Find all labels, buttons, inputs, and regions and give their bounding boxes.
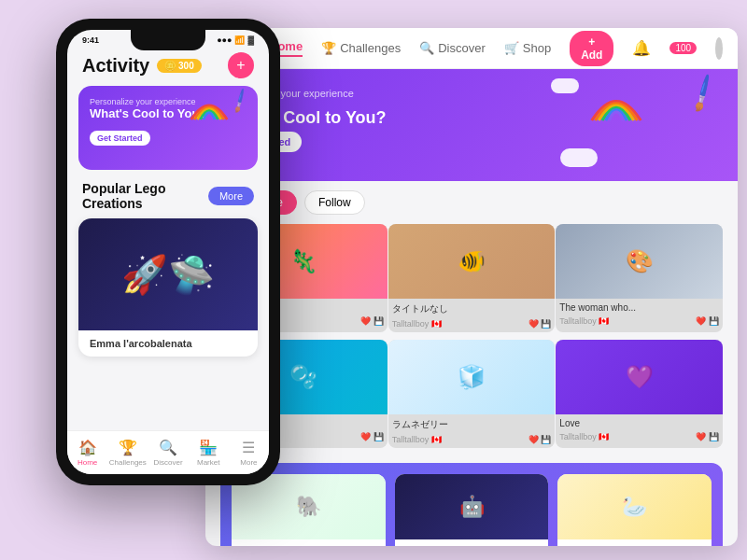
phone-banner: Personalize your experience What's Cool … (78, 86, 258, 170)
challenge-info-0: Hanaga Moving Elephants Intermediate 22 … (232, 539, 386, 546)
challenges-icon: 🏆 (321, 41, 336, 55)
status-time: 9:41 (82, 35, 99, 45)
desktop-app: 🎨 🏠 Home 🏆 Challenges 🔍 Discover 🛒 Shop … (205, 28, 738, 546)
lego-card-image: 🚀🛸 (78, 218, 258, 330)
cloud-1 (560, 148, 598, 167)
grid-meta-4: Talltallboy 🇨🇦 ❤️ 💾 (388, 435, 556, 448)
grid-meta-1: Talltallboy 🇨🇦 ❤️ 💾 (388, 319, 556, 332)
user-avatar[interactable] (715, 37, 723, 60)
grid-image-2: 🎨 (556, 224, 723, 299)
grid-image-4: 🧊 (388, 340, 556, 414)
discover-tab-icon: 🔍 (159, 439, 177, 456)
home-tab-icon: 🏠 (78, 439, 97, 456)
challenge-card-0[interactable]: 🐘 Hanaga Moving Elephants Intermediate 2… (232, 474, 386, 546)
section-title: Popular Lego Creations (82, 181, 208, 211)
desktop-nav: 🎨 🏠 Home 🏆 Challenges 🔍 Discover 🛒 Shop … (205, 28, 738, 69)
desktop-hero-banner: Personalize your experience What's Cool … (205, 69, 738, 181)
signal-icon: ●●● (217, 35, 232, 45)
challenges-tab-icon: 🏆 (119, 439, 137, 456)
shop-icon: 🛒 (504, 41, 519, 55)
lego-image-placeholder: 🚀🛸 (121, 253, 215, 297)
nav-shop[interactable]: 🛒 Shop (504, 41, 551, 55)
nav-tab-challenges[interactable]: 🏆 Challenges (107, 439, 148, 467)
nav-tab-home[interactable]: 🏠 Home (67, 439, 107, 467)
market-tab-icon: 🏪 (199, 439, 218, 456)
grid-item-1[interactable]: 🐠 タイトルなし Talltallboy 🇨🇦 ❤️ 💾 (388, 224, 556, 332)
grid-image-1: 🐠 (388, 224, 556, 299)
cloud-2 (551, 78, 579, 93)
featured-lego-card[interactable]: 🚀🛸 Emma l'arcobalenata (78, 218, 258, 357)
challenge-card-1[interactable]: 🤖 Lego Magic Machine Challenge Beginner … (395, 474, 549, 546)
grid-meta-2: Talltallboy 🇨🇦 ❤️ 💾 (556, 316, 723, 329)
battery-icon: ▓ (247, 35, 254, 45)
challenge-info-1: Lego Magic Machine Challenge Beginner 22… (395, 539, 549, 546)
challenge-img-1: 🤖 (395, 474, 549, 539)
add-button-mobile[interactable]: + (228, 52, 254, 78)
grid-title-1: タイトルなし (388, 299, 556, 319)
phone-header: Activity 🪙 300 + (67, 45, 269, 86)
challenge-img-2: 🦢 (557, 474, 712, 539)
mobile-phone: 9:41 ●●● 📶 ▓ Activity 🪙 300 + Personaliz… (56, 19, 280, 485)
desktop-content: See More Follow 🦎 Untitled Talltallboy 🇨… (205, 181, 738, 546)
wifi-icon: 📶 (234, 35, 245, 45)
notification-icon[interactable]: 🔔 (632, 39, 651, 57)
grid-meta-5: Talltallboy 🇨🇦 ❤️ 💾 (556, 432, 723, 445)
challenge-section: 🐘 Hanaga Moving Elephants Intermediate 2… (220, 463, 723, 546)
grid-image-5: 💜 (556, 340, 723, 414)
status-icons: ●●● 📶 ▓ (217, 35, 254, 45)
nav-tab-discover[interactable]: 🔍 Discover (148, 439, 188, 467)
nav-challenges[interactable]: 🏆 Challenges (321, 41, 401, 55)
lego-card-title: Emma l'arcobalenata (78, 330, 258, 357)
grid-title-4: ラムネゼリー (388, 414, 556, 435)
add-button[interactable]: + Add (570, 31, 613, 66)
action-row: See More Follow (205, 181, 738, 224)
notification-badge: 100 (669, 42, 697, 54)
image-grid-bottom: 🫧 Bubbles Talltallboy 🇨🇦 ❤️ 💾 🧊 ラムネゼリー T… (205, 340, 738, 448)
nav-discover[interactable]: 🔍 Discover (419, 41, 486, 55)
coin-badge: 🪙 300 (157, 59, 201, 73)
grid-title-5: Love (556, 414, 723, 432)
grid-title-2: The woman who... (556, 299, 723, 316)
discover-icon: 🔍 (419, 41, 434, 55)
phone-notch (131, 30, 205, 50)
nav-tab-market[interactable]: 🏪 Market (189, 439, 229, 467)
follow-button[interactable]: Follow (304, 190, 365, 215)
grid-item-5[interactable]: 💜 Love Talltallboy 🇨🇦 ❤️ 💾 (556, 340, 723, 448)
grid-item-2[interactable]: 🎨 The woman who... Talltallboy 🇨🇦 ❤️ 💾 (556, 224, 723, 332)
section-header: Popular Lego Creations More (67, 170, 269, 218)
nav-tab-more[interactable]: ☰ More (229, 439, 269, 467)
challenge-card-2[interactable]: 🦢 Origami Challenge Master 22 Creations … (557, 474, 712, 546)
image-grid-top: 🦎 Untitled Talltallboy 🇨🇦 ❤️ 💾 🐠 タイトルなし … (205, 224, 738, 332)
phone-screen: 9:41 ●●● 📶 ▓ Activity 🪙 300 + Personaliz… (67, 30, 269, 474)
challenge-info-2: Origami Challenge Master 22 Creations 🏆 … (557, 539, 712, 546)
bottom-nav: 🏠 Home 🏆 Challenges 🔍 Discover 🏪 Market … (67, 430, 269, 474)
banner-rainbow (189, 95, 230, 127)
more-tab-icon: ☰ (242, 439, 255, 456)
activity-title: Activity (82, 55, 149, 77)
more-button[interactable]: More (208, 187, 254, 205)
rainbow-decoration (588, 88, 663, 144)
banner-cta-button[interactable]: Get Started (90, 131, 150, 146)
grid-item-4[interactable]: 🧊 ラムネゼリー Talltallboy 🇨🇦 ❤️ 💾 (388, 340, 556, 448)
